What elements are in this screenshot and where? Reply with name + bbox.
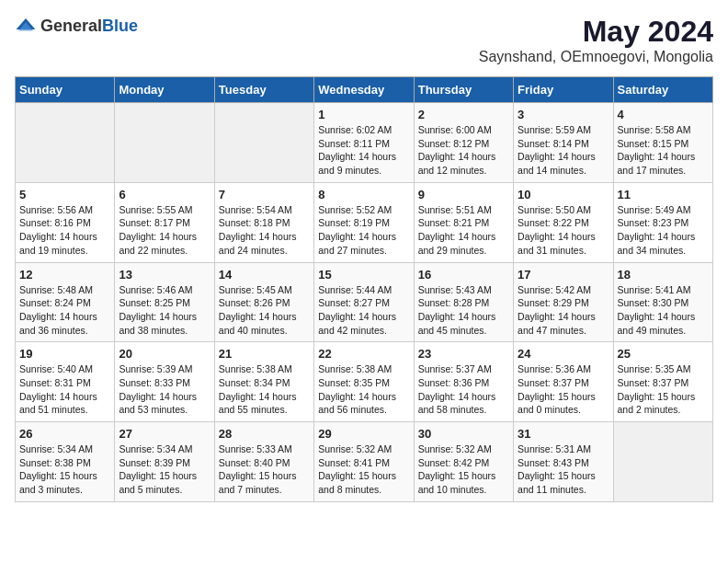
day-cell: 5Sunrise: 5:56 AMSunset: 8:16 PMDaylight… <box>16 182 115 262</box>
week-row-3: 12Sunrise: 5:48 AMSunset: 8:24 PMDayligh… <box>16 262 713 342</box>
day-info: Sunrise: 5:46 AMSunset: 8:25 PMDaylight:… <box>119 283 210 338</box>
day-cell: 1Sunrise: 6:02 AMSunset: 8:11 PMDaylight… <box>314 103 414 183</box>
day-info: Sunrise: 5:34 AMSunset: 8:39 PMDaylight:… <box>119 442 210 497</box>
day-number: 4 <box>618 108 709 121</box>
calendar-table: SundayMondayTuesdayWednesdayThursdayFrid… <box>15 76 713 502</box>
day-cell <box>613 422 712 502</box>
day-cell: 8Sunrise: 5:52 AMSunset: 8:19 PMDaylight… <box>314 182 414 262</box>
day-cell: 6Sunrise: 5:55 AMSunset: 8:17 PMDaylight… <box>115 182 214 262</box>
day-info: Sunrise: 5:44 AMSunset: 8:27 PMDaylight:… <box>318 283 409 338</box>
day-cell: 26Sunrise: 5:34 AMSunset: 8:38 PMDayligh… <box>16 422 115 502</box>
day-cell: 18Sunrise: 5:41 AMSunset: 8:30 PMDayligh… <box>613 262 712 342</box>
day-number: 6 <box>119 188 210 201</box>
day-cell: 20Sunrise: 5:39 AMSunset: 8:33 PMDayligh… <box>115 342 214 422</box>
day-number: 9 <box>418 188 509 201</box>
day-number: 28 <box>219 427 310 441</box>
day-info: Sunrise: 5:36 AMSunset: 8:37 PMDaylight:… <box>518 362 609 417</box>
day-info: Sunrise: 5:43 AMSunset: 8:28 PMDaylight:… <box>418 283 509 338</box>
day-number: 22 <box>318 347 409 361</box>
day-number: 3 <box>518 108 609 121</box>
day-cell: 9Sunrise: 5:51 AMSunset: 8:21 PMDaylight… <box>414 182 513 262</box>
header-wednesday: Wednesday <box>314 77 414 103</box>
day-number: 25 <box>618 347 709 361</box>
day-info: Sunrise: 5:33 AMSunset: 8:40 PMDaylight:… <box>219 442 310 497</box>
day-cell: 10Sunrise: 5:50 AMSunset: 8:22 PMDayligh… <box>514 182 613 262</box>
day-cell: 22Sunrise: 5:38 AMSunset: 8:35 PMDayligh… <box>314 342 414 422</box>
day-cell: 11Sunrise: 5:49 AMSunset: 8:23 PMDayligh… <box>613 182 712 262</box>
week-row-4: 19Sunrise: 5:40 AMSunset: 8:31 PMDayligh… <box>16 342 713 422</box>
day-number: 19 <box>19 347 110 361</box>
day-info: Sunrise: 5:31 AMSunset: 8:43 PMDaylight:… <box>518 442 609 497</box>
day-info: Sunrise: 5:42 AMSunset: 8:29 PMDaylight:… <box>518 283 609 338</box>
day-cell: 4Sunrise: 5:58 AMSunset: 8:15 PMDaylight… <box>613 103 712 183</box>
day-info: Sunrise: 5:54 AMSunset: 8:18 PMDaylight:… <box>219 203 310 258</box>
day-number: 16 <box>418 268 509 282</box>
day-cell: 3Sunrise: 5:59 AMSunset: 8:14 PMDaylight… <box>514 103 613 183</box>
day-number: 12 <box>19 268 110 282</box>
title-block: May 2024 Saynshand, OEmnoegovi, Mongolia <box>479 15 713 65</box>
day-cell: 27Sunrise: 5:34 AMSunset: 8:39 PMDayligh… <box>115 422 214 502</box>
day-number: 5 <box>19 188 110 201</box>
subtitle: Saynshand, OEmnoegovi, Mongolia <box>479 49 713 65</box>
day-cell: 31Sunrise: 5:31 AMSunset: 8:43 PMDayligh… <box>514 422 613 502</box>
day-number: 2 <box>418 108 509 121</box>
header-row: SundayMondayTuesdayWednesdayThursdayFrid… <box>16 77 713 103</box>
day-cell: 17Sunrise: 5:42 AMSunset: 8:29 PMDayligh… <box>514 262 613 342</box>
day-cell: 19Sunrise: 5:40 AMSunset: 8:31 PMDayligh… <box>16 342 115 422</box>
day-number: 30 <box>418 427 509 441</box>
day-info: Sunrise: 5:55 AMSunset: 8:17 PMDaylight:… <box>119 203 210 258</box>
header-thursday: Thursday <box>414 77 513 103</box>
day-cell: 15Sunrise: 5:44 AMSunset: 8:27 PMDayligh… <box>314 262 414 342</box>
day-info: Sunrise: 5:48 AMSunset: 8:24 PMDaylight:… <box>19 283 110 338</box>
day-info: Sunrise: 5:41 AMSunset: 8:30 PMDaylight:… <box>618 283 709 338</box>
header-friday: Friday <box>514 77 613 103</box>
calendar-body: 1Sunrise: 6:02 AMSunset: 8:11 PMDaylight… <box>16 103 713 502</box>
day-info: Sunrise: 5:35 AMSunset: 8:37 PMDaylight:… <box>618 362 709 417</box>
day-number: 26 <box>19 427 110 441</box>
day-number: 20 <box>119 347 210 361</box>
day-cell: 16Sunrise: 5:43 AMSunset: 8:28 PMDayligh… <box>414 262 513 342</box>
day-number: 15 <box>318 268 409 282</box>
header-saturday: Saturday <box>613 77 712 103</box>
day-number: 24 <box>518 347 609 361</box>
day-info: Sunrise: 5:38 AMSunset: 8:35 PMDaylight:… <box>318 362 409 417</box>
day-number: 29 <box>318 427 409 441</box>
day-info: Sunrise: 5:49 AMSunset: 8:23 PMDaylight:… <box>618 203 709 258</box>
day-info: Sunrise: 5:52 AMSunset: 8:19 PMDaylight:… <box>318 203 409 258</box>
header-sunday: Sunday <box>16 77 115 103</box>
day-cell <box>214 103 313 183</box>
day-number: 17 <box>518 268 609 282</box>
day-number: 14 <box>219 268 310 282</box>
day-cell: 24Sunrise: 5:36 AMSunset: 8:37 PMDayligh… <box>514 342 613 422</box>
week-row-1: 1Sunrise: 6:02 AMSunset: 8:11 PMDaylight… <box>16 103 713 183</box>
day-cell: 30Sunrise: 5:32 AMSunset: 8:42 PMDayligh… <box>414 422 513 502</box>
day-info: Sunrise: 5:40 AMSunset: 8:31 PMDaylight:… <box>19 362 110 417</box>
day-info: Sunrise: 5:39 AMSunset: 8:33 PMDaylight:… <box>119 362 210 417</box>
day-number: 18 <box>618 268 709 282</box>
main-title: May 2024 <box>479 15 713 49</box>
day-info: Sunrise: 5:32 AMSunset: 8:41 PMDaylight:… <box>318 442 409 497</box>
day-cell: 29Sunrise: 5:32 AMSunset: 8:41 PMDayligh… <box>314 422 414 502</box>
logo-blue: Blue <box>102 17 138 35</box>
day-cell: 7Sunrise: 5:54 AMSunset: 8:18 PMDaylight… <box>214 182 313 262</box>
day-info: Sunrise: 5:45 AMSunset: 8:26 PMDaylight:… <box>219 283 310 338</box>
day-info: Sunrise: 5:37 AMSunset: 8:36 PMDaylight:… <box>418 362 509 417</box>
day-info: Sunrise: 5:32 AMSunset: 8:42 PMDaylight:… <box>418 442 509 497</box>
logo-general: General <box>40 17 102 35</box>
day-cell: 14Sunrise: 5:45 AMSunset: 8:26 PMDayligh… <box>214 262 313 342</box>
day-info: Sunrise: 5:51 AMSunset: 8:21 PMDaylight:… <box>418 203 509 258</box>
calendar-header: SundayMondayTuesdayWednesdayThursdayFrid… <box>16 77 713 103</box>
header-monday: Monday <box>115 77 214 103</box>
day-number: 13 <box>119 268 210 282</box>
day-number: 11 <box>618 188 709 201</box>
logo: GeneralBlue <box>15 15 138 37</box>
day-cell: 23Sunrise: 5:37 AMSunset: 8:36 PMDayligh… <box>414 342 513 422</box>
day-cell <box>16 103 115 183</box>
day-info: Sunrise: 5:38 AMSunset: 8:34 PMDaylight:… <box>219 362 310 417</box>
day-number: 21 <box>219 347 310 361</box>
page-header: GeneralBlue May 2024 Saynshand, OEmnoego… <box>15 15 713 65</box>
week-row-5: 26Sunrise: 5:34 AMSunset: 8:38 PMDayligh… <box>16 422 713 502</box>
day-number: 1 <box>318 108 409 121</box>
day-cell: 13Sunrise: 5:46 AMSunset: 8:25 PMDayligh… <box>115 262 214 342</box>
day-number: 8 <box>318 188 409 201</box>
